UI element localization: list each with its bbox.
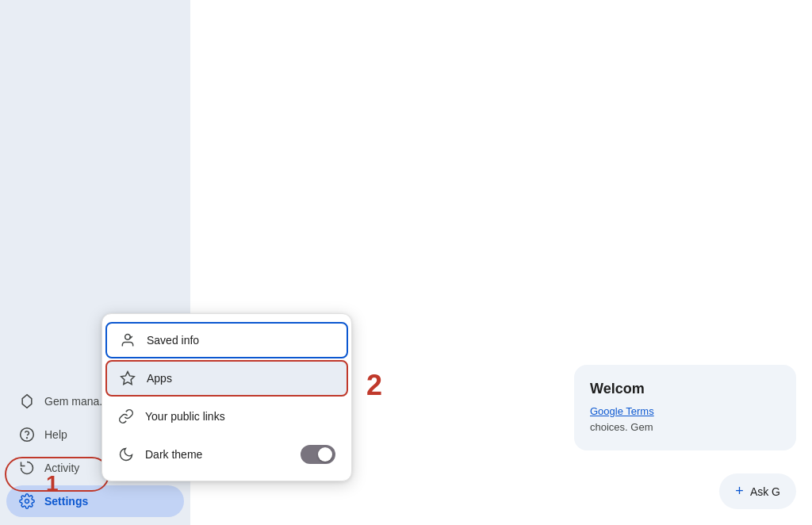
svg-point-4: [125, 335, 131, 340]
dark-theme-toggle[interactable]: [301, 445, 335, 464]
annotation-2: 2: [366, 369, 382, 402]
help-icon: [19, 427, 35, 443]
dropdown-item-apps[interactable]: Apps: [105, 360, 348, 397]
sidebar-item-settings-label: Settings: [44, 495, 88, 508]
terms-link[interactable]: Google Terms: [590, 405, 654, 417]
svg-marker-0: [22, 395, 32, 408]
activity-icon: [19, 460, 35, 476]
apps-label: Apps: [147, 372, 334, 385]
dropdown-item-dark-theme[interactable]: Dark theme: [102, 435, 351, 474]
saved-info-label: Saved info: [147, 334, 334, 347]
dark-theme-label: Dark theme: [145, 448, 289, 461]
svg-point-1: [21, 428, 34, 442]
welcome-card: Welcom Google Terms choices. Gem: [574, 365, 796, 450]
sidebar-item-gem-label: Gem mana...: [44, 395, 109, 408]
choices-text: choices. Gem: [590, 421, 653, 433]
svg-point-3: [25, 500, 29, 504]
dropdown-item-saved-info[interactable]: Saved info: [105, 322, 348, 358]
welcome-title: Welcom: [590, 381, 780, 397]
dropdown-menu: Saved info Apps Your public links Dark t…: [102, 313, 352, 481]
gem-icon: [19, 393, 35, 409]
toggle-knob: [318, 447, 332, 462]
dark-theme-icon: [118, 446, 134, 462]
welcome-description: Google Terms choices. Gem: [590, 404, 780, 435]
public-links-label: Your public links: [145, 410, 335, 423]
settings-icon: [19, 493, 35, 509]
annotation-1: 1: [46, 471, 59, 496]
apps-icon: [120, 370, 136, 386]
svg-point-2: [27, 438, 28, 439]
sidebar-item-settings[interactable]: Settings: [6, 485, 184, 517]
dropdown-item-public-links[interactable]: Your public links: [102, 398, 351, 435]
ask-gemini-label: Ask G: [750, 485, 780, 498]
svg-marker-5: [121, 372, 135, 385]
plus-icon: +: [735, 483, 744, 500]
ask-gemini-button[interactable]: + Ask G: [719, 473, 796, 509]
public-links-icon: [118, 408, 134, 424]
saved-info-icon: [120, 332, 136, 348]
sidebar-item-help-label: Help: [44, 428, 67, 441]
